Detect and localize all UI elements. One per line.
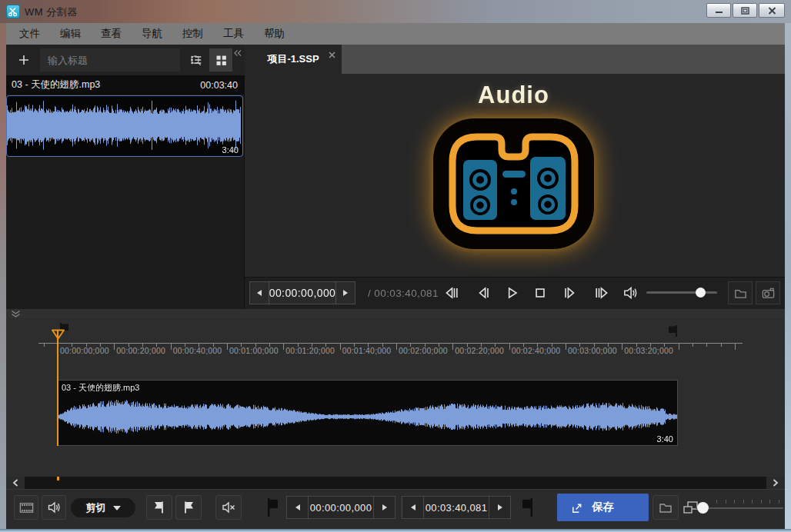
thumbnail-waveform xyxy=(7,96,241,155)
menu-item-5[interactable]: 工具 xyxy=(213,23,254,45)
scroll-left-button[interactable] xyxy=(6,477,25,489)
zoom-slider-knob[interactable] xyxy=(697,502,709,514)
library-item-thumbnail[interactable]: 3:40 xyxy=(6,95,243,157)
menu-item-1[interactable]: 编辑 xyxy=(50,23,91,45)
speaker-icon xyxy=(622,284,639,301)
grid-view-button[interactable] xyxy=(209,48,232,71)
mode-dropdown[interactable]: 剪切 xyxy=(71,498,135,517)
volume-button[interactable] xyxy=(620,282,640,304)
output-folder-button[interactable] xyxy=(652,495,679,520)
play-button[interactable] xyxy=(502,282,522,304)
ruler-tick xyxy=(227,344,228,350)
start-time-value[interactable]: 00:00:00,000 xyxy=(309,497,373,518)
close-icon xyxy=(329,52,335,58)
ruler-label: 00:02:20;000 xyxy=(455,346,504,355)
open-folder-button[interactable] xyxy=(728,281,753,304)
close-button[interactable] xyxy=(759,3,785,18)
splitter-collapse-icon[interactable] xyxy=(11,310,21,318)
folder-icon xyxy=(733,286,748,301)
ruler-label: 00:01:40;000 xyxy=(342,346,392,355)
window-frame-bottom xyxy=(0,529,791,532)
start-time-decrement[interactable] xyxy=(287,497,308,518)
maximize-button[interactable] xyxy=(733,3,757,18)
ruler-tick xyxy=(622,344,622,350)
volume-slider-track[interactable] xyxy=(646,291,717,294)
step-forward-button[interactable] xyxy=(559,282,579,304)
plus-icon xyxy=(18,54,30,66)
ruler-tick xyxy=(340,344,341,350)
ruler-label: 00:02:40;000 xyxy=(512,346,561,355)
ruler-label: 00:00:40;000 xyxy=(173,346,222,355)
ruler-tick xyxy=(706,344,707,347)
speaker-icon xyxy=(46,500,62,515)
set-start-marker-button[interactable] xyxy=(146,495,172,520)
right-arrow-icon xyxy=(382,504,387,510)
left-arrow-icon xyxy=(411,504,416,510)
add-media-button[interactable] xyxy=(12,48,35,71)
end-time-value[interactable]: 00:03:40,081 xyxy=(424,497,489,518)
time-increment-button[interactable] xyxy=(336,282,355,304)
current-time-value[interactable]: 00:00:00,000 xyxy=(269,282,336,304)
list-view-button[interactable] xyxy=(185,48,208,71)
audio-track-button[interactable] xyxy=(42,495,66,520)
total-time-value: 00:03:40,081 xyxy=(374,288,439,299)
video-track-button[interactable] xyxy=(14,495,38,520)
end-time-decrement[interactable] xyxy=(402,497,423,518)
app-icon xyxy=(6,5,20,18)
step-back-icon xyxy=(476,284,492,301)
ruler-label: 00:00:20;000 xyxy=(116,346,165,355)
ruler-tick xyxy=(693,344,693,347)
timeline-ruler[interactable] xyxy=(38,343,743,344)
menu-item-4[interactable]: 控制 xyxy=(172,23,213,45)
tab-label: 项目-1.SSP xyxy=(245,45,342,74)
timeline-scrollbar[interactable] xyxy=(6,477,785,489)
export-icon xyxy=(570,501,583,514)
title-bar[interactable] xyxy=(0,0,791,23)
playhead-line[interactable] xyxy=(57,331,58,446)
panel-splitter[interactable] xyxy=(6,309,785,318)
snapshot-button[interactable] xyxy=(756,281,780,304)
zoom-tick xyxy=(726,500,726,504)
ruler-tick xyxy=(452,344,453,350)
menu-item-0[interactable]: 文件 xyxy=(9,23,50,45)
zoom-slider-track[interactable] xyxy=(696,507,783,509)
skip-to-end-button[interactable] xyxy=(592,282,612,304)
app-window: WM 分割器 文件编辑查看导航控制工具帮助 xyxy=(0,0,791,532)
step-back-button[interactable] xyxy=(474,282,494,304)
ruler-tick xyxy=(283,344,284,350)
save-button[interactable]: 保存 xyxy=(557,494,649,521)
scroll-right-button[interactable] xyxy=(766,477,785,489)
right-arrow-icon xyxy=(498,504,502,510)
menu-item-2[interactable]: 查看 xyxy=(91,23,132,45)
volume-slider-knob[interactable] xyxy=(696,288,706,298)
maximize-icon xyxy=(741,7,749,15)
skip-to-start-button[interactable] xyxy=(442,282,462,304)
timeline-clip[interactable]: 03 - 天使的翅膀.mp3 3:40 xyxy=(58,380,678,446)
menu-item-3[interactable]: 导航 xyxy=(132,23,172,45)
library-item[interactable]: 03 - 天使的翅膀.mp3 00:03:40 xyxy=(6,75,245,95)
start-time-increment[interactable] xyxy=(374,497,395,518)
time-decrement-button[interactable] xyxy=(250,282,269,304)
collapse-panel-button[interactable] xyxy=(233,46,242,60)
tab-project[interactable]: 项目-1.SSP xyxy=(245,45,342,74)
grid-view-icon xyxy=(215,54,228,67)
window-frame-right xyxy=(785,23,791,529)
end-flag-dark-icon xyxy=(522,498,534,517)
stop-button[interactable] xyxy=(530,282,550,304)
set-end-marker-button[interactable] xyxy=(175,495,202,520)
menu-item-6[interactable]: 帮助 xyxy=(254,23,295,45)
zoom-tick xyxy=(769,500,770,504)
end-time-increment[interactable] xyxy=(489,497,510,518)
ruler-tick xyxy=(566,344,566,350)
ruler-tick xyxy=(396,344,397,350)
minimize-button[interactable] xyxy=(706,3,731,18)
tab-close-button[interactable] xyxy=(329,48,335,62)
clip-end-flag-icon[interactable] xyxy=(668,325,678,337)
search-input[interactable] xyxy=(40,48,189,71)
mute-button[interactable] xyxy=(215,495,242,520)
ruler-label: 00:03:00;000 xyxy=(568,346,617,355)
total-time: / 00:03:40,081 xyxy=(368,277,439,309)
clip-name: 03 - 天使的翅膀.mp3 xyxy=(62,382,139,394)
total-time-prefix: / xyxy=(368,288,371,299)
clip-waveform xyxy=(58,381,677,445)
